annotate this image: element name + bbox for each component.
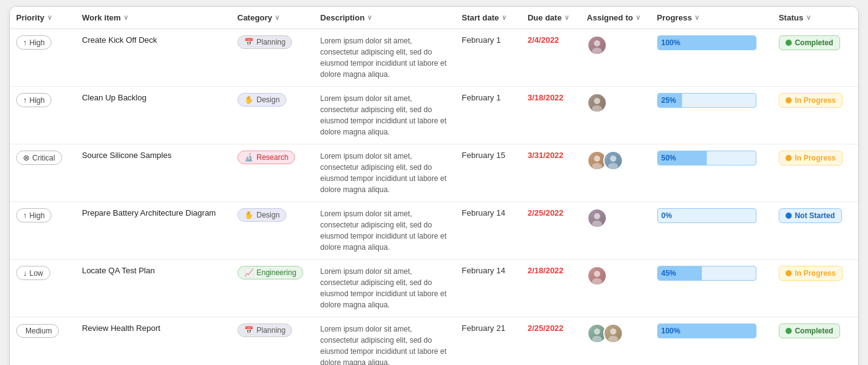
status-dot-icon: [786, 328, 792, 334]
progress-bar: 100%: [657, 323, 756, 338]
sort-icon-category: ∨: [275, 14, 280, 22]
sort-icon-priority: ∨: [47, 14, 52, 22]
workitem-cell: Clean Up Backlog: [76, 87, 231, 144]
priority-icon: ⊗: [23, 153, 30, 162]
status-badge[interactable]: Completed: [779, 323, 840, 338]
category-label: Research: [257, 153, 288, 162]
priority-cell: ↑High: [10, 202, 76, 260]
status-cell: In Progress: [773, 260, 858, 317]
priority-cell: ↑High: [10, 29, 76, 87]
start-date: February 14: [462, 266, 505, 275]
avatar: [603, 323, 623, 343]
category-badge[interactable]: 🔬Research: [237, 151, 295, 164]
svg-point-19: [594, 328, 600, 335]
category-badge[interactable]: ✋Design: [237, 208, 286, 222]
assignedto-cell: [581, 87, 651, 144]
th-workitem[interactable]: Work item ∨: [76, 7, 231, 29]
priority-cell: ↑High: [10, 87, 76, 144]
th-description[interactable]: Description ∨: [314, 7, 456, 29]
due-date: 3/31/2022: [528, 151, 564, 160]
th-progress-label: Progress: [657, 13, 692, 22]
status-dot-icon: [786, 97, 792, 103]
priority-badge[interactable]: ↑High: [16, 208, 51, 222]
th-priority[interactable]: Priority ∨: [10, 7, 76, 29]
progress-cell: 50%: [651, 144, 773, 202]
due-date: 2/25/2022: [528, 323, 564, 333]
category-badge[interactable]: ✋Design: [237, 93, 286, 107]
progress-bar: 100%: [657, 35, 756, 50]
duedate-cell: 2/4/2022: [521, 29, 581, 87]
description-text: Lorem ipsum dolor sit amet, consectetur …: [321, 209, 446, 252]
priority-icon: ↑: [23, 38, 27, 47]
description-text: Lorem ipsum dolor sit amet, consectetur …: [321, 152, 446, 194]
svg-point-23: [608, 336, 618, 342]
status-dot-icon: [786, 213, 792, 219]
status-badge[interactable]: Completed: [779, 35, 840, 50]
progress-text: 100%: [662, 327, 681, 335]
th-category[interactable]: Category ∨: [231, 7, 314, 29]
description-text: Lorem ipsum dolor sit amet, consectetur …: [321, 94, 446, 136]
th-priority-label: Priority: [16, 13, 45, 22]
description-cell: Lorem ipsum dolor sit amet, consectetur …: [314, 87, 456, 144]
status-badge[interactable]: Not Started: [779, 208, 842, 223]
priority-badge[interactable]: ↓Low: [16, 266, 50, 280]
svg-point-10: [610, 156, 616, 162]
duedate-cell: 2/25/2022: [521, 317, 581, 366]
th-duedate[interactable]: Due date ∨: [521, 7, 581, 29]
due-date: 3/18/2022: [528, 93, 564, 102]
th-startdate[interactable]: Start date ∨: [456, 7, 521, 29]
sort-icon-description: ∨: [367, 14, 372, 22]
priority-badge[interactable]: ↑High: [16, 35, 51, 50]
description-cell: Lorem ipsum dolor sit amet, consectetur …: [314, 317, 456, 366]
start-date: February 21: [462, 323, 505, 333]
category-cell: 📅Planning: [231, 317, 314, 366]
assignedto-cell: [581, 317, 651, 366]
avatar-group: [587, 93, 645, 113]
progress-cell: 45%: [651, 260, 773, 317]
progress-text: 100%: [662, 38, 681, 47]
work-item-name: Locate QA Test Plan: [82, 266, 155, 275]
startdate-cell: February 1: [456, 29, 521, 87]
table-row: MediumReview Health Report📅PlanningLorem…: [10, 317, 858, 366]
status-label: In Progress: [795, 154, 836, 162]
avatar: [587, 208, 607, 228]
workitem-cell: Locate QA Test Plan: [76, 260, 231, 317]
category-badge[interactable]: 📅Planning: [237, 35, 293, 49]
priority-badge[interactable]: ⊗Critical: [16, 151, 62, 165]
th-duedate-label: Due date: [528, 13, 562, 22]
sort-icon-workitem: ∨: [123, 14, 128, 22]
category-badge[interactable]: 📅Planning: [237, 323, 293, 337]
category-cell: 📈Engineering: [231, 260, 314, 317]
avatar-group: [587, 151, 645, 170]
avatar-group: [587, 35, 645, 55]
priority-label: Critical: [32, 154, 55, 162]
priority-label: High: [30, 211, 45, 220]
category-label: Engineering: [257, 268, 296, 277]
th-progress[interactable]: Progress ∨: [651, 7, 773, 29]
progress-bar: 50%: [657, 151, 756, 165]
status-badge[interactable]: In Progress: [779, 93, 843, 108]
th-status[interactable]: Status ∨: [773, 7, 858, 29]
status-badge[interactable]: In Progress: [779, 151, 843, 165]
work-items-table: Priority ∨ Work item ∨ Category ∨: [10, 7, 858, 365]
category-icon: ✋: [244, 211, 254, 219]
duedate-cell: 3/31/2022: [521, 144, 581, 202]
th-assignedto-label: Assigned to: [587, 13, 633, 22]
th-status-label: Status: [779, 13, 804, 22]
status-label: In Progress: [795, 96, 836, 105]
sort-icon-duedate: ∨: [564, 14, 569, 22]
priority-badge[interactable]: ↑High: [16, 93, 51, 107]
svg-point-1: [594, 40, 600, 46]
priority-label: Low: [30, 269, 43, 278]
category-badge[interactable]: 📈Engineering: [237, 266, 303, 279]
th-assignedto[interactable]: Assigned to ∨: [581, 7, 651, 29]
work-item-name: Create Kick Off Deck: [82, 35, 157, 45]
category-icon: 📅: [244, 38, 254, 46]
status-badge[interactable]: In Progress: [779, 266, 843, 281]
category-cell: 🔬Research: [231, 144, 314, 202]
avatar: [587, 93, 607, 113]
status-dot-icon: [786, 155, 792, 161]
status-label: Completed: [795, 38, 833, 47]
priority-badge[interactable]: Medium: [16, 324, 59, 338]
priority-cell: ⊗Critical: [10, 144, 76, 202]
